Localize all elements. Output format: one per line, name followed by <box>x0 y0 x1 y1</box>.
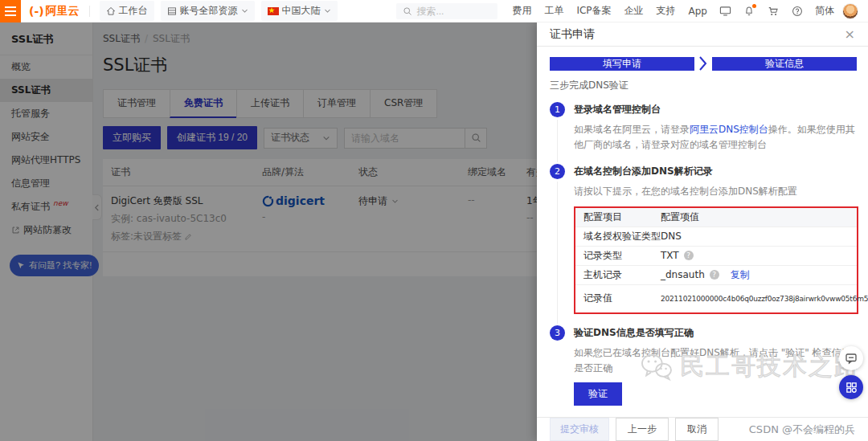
sidebar-title: SSL证书 <box>0 22 92 55</box>
chat-bubble-icon <box>845 352 858 365</box>
dns-row-auth-type: 域名授权验证类型 DNS <box>575 227 857 247</box>
sidebar-item-proxy-https[interactable]: 网站代理HTTPS <box>0 149 92 172</box>
notifications-bell-icon[interactable] <box>743 5 755 18</box>
copy-host-record-link[interactable]: 复制 <box>731 268 750 282</box>
cert-status-select[interactable]: 证书状态 <box>264 128 338 149</box>
tab-free-cert[interactable]: 免费证书 <box>170 89 237 118</box>
dns-record-type-value: TXT <box>661 250 679 261</box>
drawer-body: 填写申请 验证信息 三步完成DNS验证 1 登录域名管理控制台 如果域名在阿里云… <box>537 47 868 417</box>
sidebar-item-private-cert[interactable]: 私有证书 new <box>0 195 92 218</box>
chevron-down-icon <box>324 7 331 14</box>
cert-instance: 实例: cas-ivauto-5C13c0 <box>111 212 246 226</box>
col-status: 状态 <box>350 159 460 186</box>
account-resources-dropdown[interactable]: 账号全部资源 <box>161 1 255 21</box>
nav-link-icp[interactable]: ICP备案 <box>576 4 611 18</box>
progress-step-verify-info: 验证信息 <box>712 57 857 71</box>
col-domain: 绑定域名 <box>460 159 518 186</box>
chevron-left-icon <box>94 204 100 211</box>
domain-search-group <box>344 128 487 149</box>
top-icon-group: 简体 <box>719 4 834 18</box>
china-flag-icon <box>268 7 279 15</box>
status-dropdown[interactable]: 待申请 <box>358 194 452 208</box>
nav-link-support[interactable]: 支持 <box>657 4 676 18</box>
dns-row-host-record: 主机记录 _dnsauth 复制 <box>575 266 857 285</box>
domain-cell: -- <box>460 186 518 251</box>
sidebar-item-anti-tamper[interactable]: 网站防篡改 <box>0 218 92 242</box>
console-monitor-icon[interactable] <box>719 5 731 18</box>
tab-csr-management[interactable]: CSR管理 <box>370 89 437 118</box>
global-search[interactable] <box>396 3 497 19</box>
notification-dot <box>752 4 756 8</box>
step-2-description: 请按以下提示，在您的域名控制台添加DNS解析配置 <box>574 184 857 199</box>
sidebar-item-info-mgmt[interactable]: 信息管理 <box>0 172 92 195</box>
sidebar-item-overview[interactable]: 概览 <box>0 55 92 79</box>
user-avatar[interactable] <box>842 3 858 19</box>
sidebar-collapse-handle[interactable] <box>92 194 102 220</box>
step-1-number: 1 <box>550 102 565 117</box>
cursor-icon <box>17 261 26 270</box>
sidebar-item-hosting[interactable]: 托管服务 <box>0 102 92 125</box>
dns-host-record-value: _dnsauth <box>661 269 705 280</box>
help-icon[interactable] <box>710 270 719 280</box>
grid-icon <box>845 382 858 394</box>
dns-col-item: 配置项目 <box>583 210 661 224</box>
status-value: 待申请 <box>358 194 387 208</box>
step-3-title: 验证DNS信息是否填写正确 <box>574 325 857 341</box>
edit-pencil-icon[interactable] <box>184 233 192 241</box>
help-icon[interactable] <box>684 251 694 260</box>
top-nav-links: 费用 工单 ICP备案 企业 支持 App <box>512 4 707 18</box>
workbench-button[interactable]: 工作台 <box>100 1 154 21</box>
hamburger-menu-icon[interactable] <box>0 0 21 22</box>
cancel-button[interactable]: 取消 <box>675 418 719 441</box>
step-3-description: 如果您已在域名控制台配置好DNS解析，请点击 "验证" 检查信息是否正确 <box>574 345 857 376</box>
bound-domain: -- <box>468 194 510 206</box>
tab-upload-cert[interactable]: 上传证书 <box>236 89 304 118</box>
sidebar-item-ssl-cert[interactable]: SSL证书 <box>0 79 92 102</box>
progress-stepper: 填写申请 验证信息 <box>550 56 857 71</box>
domain-search-input[interactable] <box>344 128 465 149</box>
dns-record-value: 20211021000000c4b06q0uzzf0oz738j8airwrk0… <box>661 295 868 303</box>
submit-review-button[interactable]: 提交审核 <box>550 418 609 441</box>
sidebar-item-site-security[interactable]: 网站安全 <box>0 125 92 149</box>
brand-algorithm: - <box>262 211 342 223</box>
drawer-subtitle: 三步完成DNS验证 <box>550 79 857 92</box>
help-question-icon[interactable] <box>791 5 804 18</box>
tab-cert-management[interactable]: 证书管理 <box>103 89 170 118</box>
region-dropdown[interactable]: 中国大陆 <box>261 1 338 21</box>
aliyun-logo[interactable]: (-) 阿里云 <box>29 4 80 18</box>
search-icon <box>403 6 412 16</box>
language-toggle[interactable]: 简体 <box>815 4 834 18</box>
external-link-icon <box>11 226 20 235</box>
digicert-mark-icon <box>262 195 274 207</box>
workbench-label: 工作台 <box>119 4 148 18</box>
create-cert-button[interactable]: 创建证书 19 / 20 <box>167 126 257 149</box>
tab-order-management[interactable]: 订单管理 <box>303 89 371 118</box>
step-2-add-dns-record: 2 在域名控制台添加DNS解析记录 请按以下提示，在您的域名控制台添加DNS解析… <box>550 164 857 313</box>
verify-button[interactable]: 验证 <box>574 382 622 406</box>
feedback-chat-button[interactable] <box>839 346 863 370</box>
breadcrumb-root[interactable]: SSL证书 <box>103 33 140 44</box>
top-bar: (-) 阿里云 工作台 账号全部资源 中国大陆 费用 工单 ICP备案 企业 支… <box>0 0 868 22</box>
nav-link-enterprise[interactable]: 企业 <box>624 4 644 18</box>
ask-expert-button[interactable]: 有问题? 找专家! <box>10 255 99 276</box>
nav-link-app[interactable]: App <box>689 6 707 17</box>
step-3-number: 3 <box>550 325 565 341</box>
aliyun-logo-mark: (-) <box>29 5 44 18</box>
quick-tools-button[interactable] <box>839 375 863 399</box>
cart-icon[interactable] <box>767 5 780 18</box>
step-1-title: 登录域名管理控制台 <box>574 102 857 117</box>
dns-config-table-highlight: 配置项目 配置项值 域名授权验证类型 DNS 记录类型 TXT 主机记录 <box>574 206 858 314</box>
close-icon[interactable]: × <box>845 28 855 41</box>
domain-search-button[interactable] <box>465 128 487 149</box>
previous-step-button[interactable]: 上一步 <box>616 418 669 441</box>
dns-row-record-value: 记录值 20211021000000c4b06q0uzzf0oz738j8air… <box>575 285 857 312</box>
nav-link-billing[interactable]: 费用 <box>512 4 531 18</box>
col-brand: 品牌/算法 <box>254 159 350 186</box>
side-nav: SSL证书 概览 SSL证书 托管服务 网站安全 网站代理HTTPS 信息管理 … <box>0 22 93 441</box>
nav-link-tickets[interactable]: 工单 <box>544 4 563 18</box>
aliyun-dns-console-link[interactable]: 阿里云DNS控制台 <box>690 124 768 135</box>
cert-tag[interactable]: 标签:未设置标签 <box>111 230 246 243</box>
buy-now-button[interactable]: 立即购买 <box>103 126 161 149</box>
global-search-input[interactable] <box>416 6 489 17</box>
dns-table-header: 配置项目 配置项值 <box>575 208 857 227</box>
